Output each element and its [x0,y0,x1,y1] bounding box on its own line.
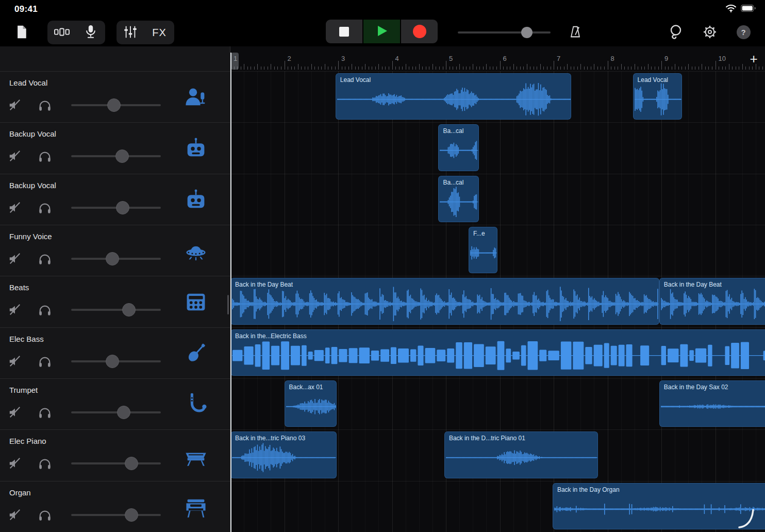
electric-piano-icon[interactable] [184,443,208,468]
playhead[interactable] [230,53,231,532]
region-7[interactable]: Back in the...Electric Bass [230,329,765,376]
track-volume-slider[interactable] [71,149,161,163]
volume-knob[interactable] [125,457,138,470]
region-10[interactable]: Back in the...tric Piano 03 [230,431,337,478]
master-volume-slider[interactable] [458,26,551,39]
volume-knob[interactable] [107,98,121,112]
mute-button[interactable] [8,149,22,163]
region-9[interactable]: Back in the Day Sax 02 [659,380,765,427]
track-separator [230,378,765,379]
mute-button[interactable] [8,98,22,112]
volume-knob[interactable] [116,201,129,214]
stop-button[interactable] [326,20,362,43]
drum-machine-icon[interactable] [184,290,208,314]
monitor-button[interactable] [38,149,52,163]
monitor-button[interactable] [38,303,52,317]
vocalist-icon[interactable] [184,85,208,110]
region-12[interactable]: Back in the Day Organ [553,483,765,529]
robot-icon[interactable] [184,188,208,212]
ruler-tick [426,66,426,70]
sidebar-resize-handle[interactable] [227,295,229,314]
ruler-tick [321,66,322,70]
volume-knob[interactable] [106,355,119,368]
track-volume-slider[interactable] [71,303,161,317]
track-controls-button[interactable] [118,21,143,44]
slider-knob[interactable] [521,27,533,38]
mute-button[interactable] [8,201,22,214]
track-header-funny-voice-3[interactable]: Funny Voice [0,225,230,276]
track-header-trumpet-6[interactable]: Trumpet [0,378,230,429]
help-button[interactable]: ? [736,24,751,40]
metronome-button[interactable] [567,25,584,41]
ruler-tick [412,66,413,70]
monitor-button[interactable] [38,457,52,470]
mute-button[interactable] [8,303,22,317]
volume-knob[interactable] [122,303,136,317]
mute-button[interactable] [8,457,22,470]
saxophone-icon[interactable] [184,392,208,417]
playhead-cap[interactable] [231,53,239,70]
loop-browser-button[interactable] [667,24,685,42]
bass-guitar-icon[interactable] [184,341,208,366]
track-header-elec-bass-5[interactable]: Elec Bass [0,327,230,378]
monitor-button[interactable] [38,355,52,368]
region-3[interactable]: Ba...cal [438,176,478,222]
organ-icon[interactable] [184,495,208,520]
mute-button[interactable] [8,406,22,419]
mute-button[interactable] [8,252,22,265]
add-section-button[interactable]: + [746,52,761,66]
ruler-tick [554,61,554,70]
ruler-tick [378,64,379,70]
track-separator [230,481,765,481]
settings-button[interactable] [701,24,719,41]
fx-button[interactable]: FX [145,21,173,44]
record-input-button[interactable] [78,21,104,44]
track-separator [230,327,765,328]
track-volume-slider[interactable] [71,201,161,214]
track-volume-slider[interactable] [71,406,161,419]
track-view-button[interactable] [49,21,75,44]
speaker-muted-icon [8,362,22,370]
corner-arc [737,505,759,531]
ruler-tick [345,66,345,70]
ruler-tick [574,66,574,70]
bar-ruler[interactable]: 12345678910 [230,46,765,71]
monitor-button[interactable] [38,98,52,112]
track-volume-slider[interactable] [71,355,161,368]
region-2[interactable]: Ba...cal [438,124,478,171]
record-button[interactable] [401,20,438,43]
volume-knob[interactable] [115,149,129,163]
track-volume-slider[interactable] [71,252,161,265]
region-11[interactable]: Back in the D...tric Piano 01 [444,431,598,478]
ruler-tick [241,66,241,70]
track-header-lead-vocal-0[interactable]: Lead Vocal [0,71,230,122]
track-header-backup-vocal-1[interactable]: Backup Vocal [0,122,230,173]
monitor-button[interactable] [38,508,52,522]
monitor-button[interactable] [38,201,52,214]
mute-button[interactable] [8,508,22,522]
monitor-button[interactable] [38,252,52,265]
monitor-button[interactable] [38,406,52,419]
region-4[interactable]: F...e [469,227,497,273]
play-button[interactable] [363,20,400,43]
track-volume-slider[interactable] [71,508,161,522]
mute-button[interactable] [8,355,22,368]
ufo-icon[interactable] [184,239,208,263]
track-volume-slider[interactable] [71,98,161,112]
track-header-organ-8[interactable]: Organ [0,481,230,532]
volume-knob[interactable] [125,508,138,522]
region-1[interactable]: Lead Vocal [633,73,682,120]
region-6[interactable]: Back in the Day Beat [659,278,765,324]
my-songs-button[interactable] [12,24,31,41]
ruler-tick [557,66,558,70]
track-volume-slider[interactable] [71,457,161,470]
region-5[interactable]: Back in the Day Beat [230,278,659,324]
volume-knob[interactable] [106,252,119,265]
region-8[interactable]: Back...ax 01 [285,380,337,427]
track-header-elec-piano-7[interactable]: Elec Piano [0,429,230,480]
track-header-backup-vocal-2[interactable]: Backup Vocal [0,174,230,225]
volume-knob[interactable] [117,406,130,419]
robot-icon[interactable] [184,136,208,161]
track-header-beats-4[interactable]: Beats [0,276,230,327]
region-0[interactable]: Lead Vocal [336,73,572,120]
